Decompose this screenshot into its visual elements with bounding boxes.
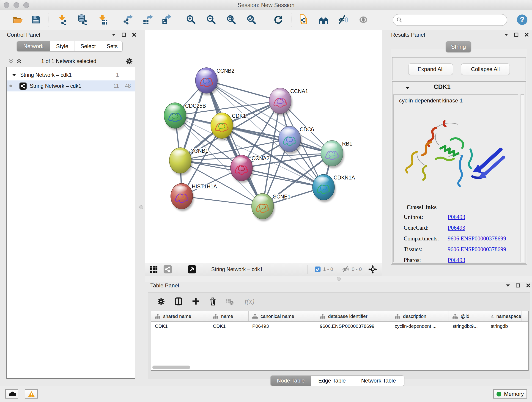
- tab-sets[interactable]: Sets: [102, 41, 122, 51]
- table-cell[interactable]: stringdb:9...: [449, 322, 487, 331]
- crosslink-link[interactable]: 9606.ENSP00000378699: [448, 246, 506, 253]
- import-network-file-icon[interactable]: [56, 14, 68, 26]
- tab-network-table[interactable]: Network Table: [353, 376, 404, 386]
- tab-network[interactable]: Network: [17, 41, 50, 51]
- network-collection-row[interactable]: String Network – cdk1 1: [7, 70, 135, 80]
- node-label-CDC25B: CDC25B: [185, 103, 206, 109]
- column-header-name[interactable]: name: [209, 311, 249, 321]
- crosslink-link[interactable]: P06493: [448, 225, 465, 231]
- zoom-out-icon[interactable]: [205, 14, 217, 26]
- tree-expander-icon[interactable]: [12, 74, 16, 76]
- table-gear-icon[interactable]: [155, 295, 167, 307]
- network-edge-CCNA2-CDKN1A[interactable]: [241, 168, 323, 187]
- selected-checkbox-icon[interactable]: [315, 267, 321, 272]
- crosslink-link[interactable]: 9606.ENSP00000378699: [448, 235, 506, 242]
- entry-expander-icon[interactable]: [405, 87, 410, 89]
- delete-column-trash-icon[interactable]: [207, 295, 219, 307]
- results-scrollbar[interactable]: [520, 95, 524, 262]
- gear-icon[interactable]: [126, 58, 133, 65]
- zoom-fit-icon[interactable]: [225, 14, 237, 26]
- float-panel-icon[interactable]: [122, 32, 126, 37]
- tab-edge-table[interactable]: Edge Table: [311, 376, 353, 386]
- panel-menu-icon[interactable]: [506, 284, 510, 287]
- collapse-all-icon[interactable]: [8, 59, 13, 64]
- memory-button[interactable]: Memory: [493, 389, 527, 399]
- float-panel-icon[interactable]: [516, 283, 520, 288]
- warning-button[interactable]: [25, 389, 38, 399]
- network-node-HIST1H1A[interactable]: [171, 183, 194, 211]
- tab-style[interactable]: Style: [50, 41, 75, 51]
- cloud-button[interactable]: [5, 389, 18, 399]
- control-canvas-divider[interactable]: [138, 30, 145, 263]
- crosslink-link[interactable]: P06493: [448, 214, 465, 220]
- column-header-shared-name[interactable]: shared name: [151, 311, 209, 321]
- network-node-CCNB1[interactable]: [169, 148, 192, 175]
- horizontal-splitter[interactable]: [145, 276, 532, 282]
- add-column-icon[interactable]: [190, 295, 202, 307]
- network-node-CDKN1A[interactable]: [312, 174, 336, 202]
- crosslink-link[interactable]: P06493: [448, 257, 465, 263]
- expand-all-button[interactable]: Expand All: [408, 64, 453, 75]
- divider-handle[interactable]: [139, 205, 143, 209]
- grid-view-icon[interactable]: [150, 265, 158, 273]
- table-cell[interactable]: 9606.ENSP00000378699: [316, 322, 391, 331]
- import-network-database-icon[interactable]: [76, 14, 89, 26]
- close-panel-icon[interactable]: [525, 32, 529, 37]
- share-view-icon[interactable]: [164, 265, 172, 274]
- float-panel-icon[interactable]: [514, 32, 519, 37]
- splitter-handle[interactable]: [337, 277, 341, 281]
- table-cell[interactable]: P06493: [249, 322, 316, 331]
- zoom-in-icon[interactable]: [185, 14, 197, 26]
- export-table-file-icon[interactable]: [142, 14, 154, 26]
- column-header-canonical-name[interactable]: canonical name: [249, 311, 316, 321]
- table-cell[interactable]: cyclin-dependent ...: [391, 322, 449, 331]
- open-session-icon[interactable]: [12, 14, 24, 26]
- first-neighbors-icon[interactable]: [317, 14, 329, 26]
- zoom-selected-icon[interactable]: [246, 14, 258, 26]
- network-node-CCNA1[interactable]: [269, 88, 292, 116]
- table-horizontal-scrollbar[interactable]: [152, 366, 190, 369]
- network-row-selected[interactable]: String Network – cdk1 11 48: [7, 80, 135, 91]
- tab-node-table[interactable]: Node Table: [271, 376, 311, 386]
- column-header-namespace[interactable]: namespace: [487, 311, 521, 321]
- collapse-all-button[interactable]: Collapse All: [461, 64, 510, 75]
- save-session-icon[interactable]: [30, 14, 42, 26]
- hide-selected-icon[interactable]: [337, 14, 349, 26]
- table-row[interactable]: CDK1CDK1P064939606.ENSP00000378699cyclin…: [151, 322, 528, 331]
- delete-table-icon[interactable]: [224, 295, 235, 307]
- column-header-database-identifier[interactable]: database identifier: [316, 311, 391, 321]
- fit-content-crosshair-icon[interactable]: [368, 265, 377, 274]
- network-node-CDC6[interactable]: [279, 126, 302, 154]
- column-header-description[interactable]: description: [391, 311, 449, 321]
- export-image-icon[interactable]: [161, 14, 172, 26]
- import-table-file-icon[interactable]: [97, 14, 109, 26]
- panel-menu-icon[interactable]: [504, 34, 508, 36]
- network-node-CCNE1[interactable]: [252, 193, 275, 221]
- network-node-RB1[interactable]: [321, 140, 344, 168]
- expand-all-icon[interactable]: [17, 59, 22, 64]
- help-icon[interactable]: ?: [516, 14, 528, 26]
- table-cell[interactable]: CDK1: [209, 322, 249, 331]
- table-cell[interactable]: CDK1: [151, 322, 209, 331]
- show-all-icon[interactable]: [357, 14, 369, 26]
- tab-string[interactable]: String: [446, 41, 471, 52]
- network-node-CDK1[interactable]: [211, 113, 234, 140]
- tab-select[interactable]: Select: [75, 41, 102, 51]
- network-node-CCNA2[interactable]: [230, 155, 254, 183]
- column-header-id[interactable]: @id: [449, 311, 487, 321]
- panel-menu-icon[interactable]: [112, 34, 116, 36]
- search-input[interactable]: [393, 14, 507, 26]
- table-cell[interactable]: stringdb: [487, 322, 521, 331]
- clone-network-icon[interactable]: [298, 14, 310, 26]
- network-canvas[interactable]: CCNB2CCNA1CDC25BCDK1CDC6RB1CCNB1CCNA2CDK…: [145, 30, 382, 263]
- close-panel-icon[interactable]: [132, 32, 136, 37]
- function-builder-icon[interactable]: f(x): [241, 295, 258, 307]
- select-columns-icon[interactable]: [172, 295, 184, 307]
- birdseye-view-icon[interactable]: [188, 265, 196, 274]
- refresh-icon[interactable]: [272, 14, 284, 26]
- close-panel-icon[interactable]: [526, 283, 530, 288]
- network-node-CCNB2[interactable]: [196, 68, 219, 95]
- export-network-file-icon[interactable]: [122, 14, 134, 26]
- network-node-CDC25B[interactable]: [164, 103, 187, 130]
- hidden-eye-icon[interactable]: [342, 266, 350, 273]
